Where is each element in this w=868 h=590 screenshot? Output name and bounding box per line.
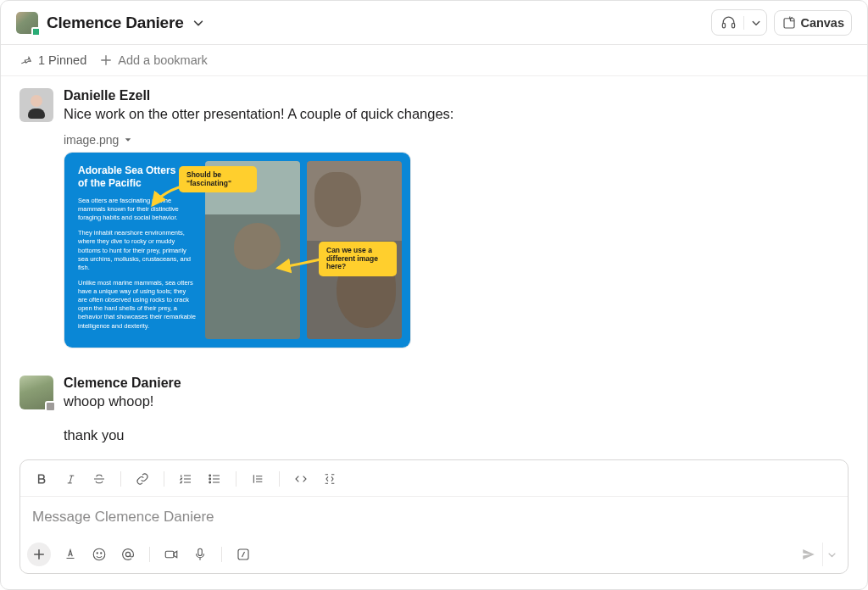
svg-rect-11 [198, 548, 203, 555]
add-bookmark-button[interactable]: Add a bookmark [100, 53, 208, 67]
annotation-arrow-icon [273, 253, 324, 278]
annotation-arrow-icon [147, 180, 198, 214]
huddle-button[interactable] [711, 9, 767, 36]
message-input[interactable]: Message Clemence Daniere [20, 497, 848, 537]
bullet-list-button[interactable] [202, 467, 227, 491]
blockquote-button[interactable] [245, 467, 270, 491]
message: Danielle Ezell Nice work on the otter pr… [19, 85, 849, 357]
attachment-header[interactable]: image.png [64, 133, 849, 147]
slide-paragraph: Unlike most marine mammals, sea otters h… [78, 279, 197, 331]
slide-paragraph: They inhabit nearshore environments, whe… [78, 229, 197, 272]
slash-command-button[interactable] [231, 543, 256, 566]
svg-point-7 [97, 553, 97, 554]
formatting-toggle-button[interactable] [58, 543, 83, 566]
add-bookmark-label: Add a bookmark [118, 53, 208, 67]
header-avatar [16, 12, 38, 34]
attachment-filename: image.png [64, 133, 119, 147]
mention-button[interactable] [115, 543, 141, 566]
code-button[interactable] [288, 467, 314, 491]
emoji-button[interactable] [86, 543, 112, 566]
format-toolbar [20, 460, 848, 497]
message-text: thank you [64, 426, 849, 446]
message-text: Nice work on the otter presentation! A c… [64, 104, 849, 125]
send-button[interactable] [795, 543, 822, 566]
pin-icon [19, 54, 32, 67]
dm-name: Clemence Daniere [47, 14, 184, 32]
attach-button[interactable] [27, 543, 51, 566]
chevron-down-icon [192, 17, 204, 29]
strikethrough-button[interactable] [86, 467, 112, 491]
bookmark-bar: 1 Pinned Add a bookmark [1, 45, 867, 76]
caret-down-icon [124, 136, 132, 144]
canvas-icon [782, 15, 797, 31]
svg-rect-10 [165, 551, 174, 558]
channel-header: Clemence Daniere Canvas [1, 1, 867, 45]
slide-image: Adorable Sea Otters of the Pacific Sea o… [64, 153, 410, 348]
svg-rect-0 [723, 23, 726, 28]
svg-point-4 [209, 478, 211, 480]
video-clip-button[interactable] [159, 543, 184, 566]
slide-title-line: of the Pacific [78, 177, 142, 189]
svg-rect-1 [732, 23, 735, 28]
presence-active-icon [31, 27, 41, 36]
audio-clip-button[interactable] [187, 543, 213, 566]
plus-icon [33, 548, 45, 560]
svg-point-6 [93, 548, 105, 560]
svg-point-9 [125, 552, 130, 556]
message-author[interactable]: Clemence Daniere [64, 376, 849, 391]
pinned-button[interactable]: 1 Pinned [19, 53, 86, 67]
message-author[interactable]: Danielle Ezell [64, 88, 849, 103]
plus-icon [100, 54, 112, 66]
link-button[interactable] [130, 467, 155, 491]
svg-rect-2 [784, 18, 794, 27]
canvas-button[interactable]: Canvas [774, 10, 852, 36]
send-icon [801, 547, 816, 562]
user-avatar[interactable] [19, 88, 53, 122]
annotation-callout: Can we use a different image here? [319, 242, 397, 276]
presence-away-icon [45, 401, 56, 412]
composer-placeholder: Message Clemence Daniere [32, 509, 214, 525]
ordered-list-button[interactable] [173, 467, 198, 491]
dm-title-button[interactable]: Clemence Daniere [16, 12, 204, 34]
svg-point-8 [101, 553, 102, 554]
message: Clemence Daniere whoop whoop! thank you [19, 372, 849, 454]
message-composer: Message Clemence Daniere [19, 459, 849, 574]
bold-button[interactable] [29, 467, 54, 491]
italic-button[interactable] [58, 467, 83, 491]
canvas-label: Canvas [800, 16, 844, 30]
chevron-down-icon [827, 550, 837, 559]
slide-title-line: Adorable Sea Otters [78, 164, 175, 176]
message-list[interactable]: Danielle Ezell Nice work on the otter pr… [1, 76, 867, 459]
svg-point-3 [209, 475, 211, 476]
chevron-down-icon [751, 18, 761, 28]
send-options-button[interactable] [822, 543, 841, 566]
headphones-icon [721, 14, 737, 31]
attachment-preview[interactable]: Adorable Sea Otters of the Pacific Sea o… [64, 152, 411, 348]
pinned-label: 1 Pinned [38, 53, 86, 67]
message-text: whoop whoop! [64, 392, 849, 412]
user-avatar[interactable] [19, 376, 53, 409]
svg-point-5 [209, 481, 211, 483]
code-block-button[interactable] [317, 467, 342, 491]
